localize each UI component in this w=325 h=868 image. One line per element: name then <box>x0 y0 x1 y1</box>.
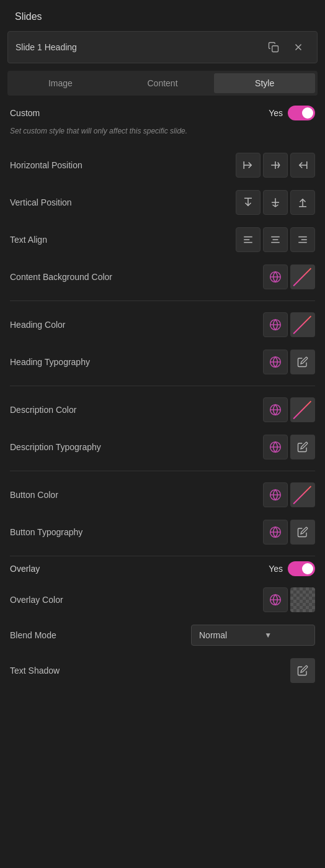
heading-color-row: Heading Color <box>10 306 315 343</box>
description-typography-global-button[interactable] <box>263 435 288 459</box>
button-typography-row: Button Typography <box>10 513 315 551</box>
slide-header-icons <box>262 36 309 58</box>
vertical-position-row: Vertical Position <box>10 184 315 221</box>
button-color-row: Button Color <box>10 476 315 513</box>
chevron-down-icon: ▼ <box>264 631 272 640</box>
custom-row: Custom Yes <box>10 106 315 120</box>
heading-color-controls <box>263 312 315 337</box>
text-align-label: Text Align <box>10 235 47 245</box>
tab-image[interactable]: Image <box>10 73 111 93</box>
description-typography-label: Description Typography <box>10 442 101 452</box>
description-color-controls <box>263 397 315 422</box>
h-pos-left-button[interactable] <box>236 153 260 178</box>
h-pos-right-button[interactable] <box>290 153 315 178</box>
content-bg-color-label: Content Background Color <box>10 272 112 282</box>
heading-color-slash[interactable] <box>290 312 315 337</box>
text-shadow-controls <box>290 658 315 683</box>
svg-rect-0 <box>272 46 278 52</box>
vertical-position-controls <box>236 190 315 215</box>
button-color-label: Button Color <box>10 490 58 500</box>
content-bg-global-button[interactable] <box>263 264 288 289</box>
overlay-label: Overlay <box>10 564 40 574</box>
heading-color-global-button[interactable] <box>263 312 288 337</box>
button-typography-edit-button[interactable] <box>290 520 315 545</box>
button-color-slash[interactable] <box>290 482 315 507</box>
heading-typography-global-button[interactable] <box>263 350 288 374</box>
text-align-left-button[interactable] <box>236 227 260 252</box>
blend-mode-dropdown[interactable]: Normal ▼ <box>191 625 315 646</box>
overlay-color-controls <box>263 587 315 612</box>
h-pos-center-button[interactable] <box>263 153 288 178</box>
custom-toggle-container: Yes <box>269 106 315 120</box>
button-typography-controls <box>263 520 315 545</box>
text-align-center-button[interactable] <box>263 227 288 252</box>
divider-2 <box>10 386 315 386</box>
heading-typography-label: Heading Typography <box>10 357 90 367</box>
heading-typography-controls <box>263 350 315 374</box>
blend-mode-row: Blend Mode Normal ▼ <box>10 618 315 652</box>
blend-mode-label: Blend Mode <box>10 630 56 640</box>
horizontal-position-controls <box>236 153 315 178</box>
heading-typography-row: Heading Typography <box>10 343 315 381</box>
slides-panel: Slides Slide 1 Heading Image Content Sty… <box>0 0 325 699</box>
vertical-position-label: Vertical Position <box>10 197 72 207</box>
tab-content[interactable]: Content <box>112 73 213 93</box>
text-shadow-row: Text Shadow <box>10 652 315 689</box>
overlay-color-global-button[interactable] <box>263 587 288 612</box>
overlay-color-label: Overlay Color <box>10 595 63 605</box>
text-align-right-button[interactable] <box>290 227 315 252</box>
content-bg-color-slash[interactable] <box>290 264 315 289</box>
v-pos-bottom-button[interactable] <box>290 190 315 215</box>
description-typography-row: Description Typography <box>10 428 315 466</box>
content-bg-color-row: Content Background Color <box>10 258 315 296</box>
hint-text: Set custom style that will only affect t… <box>10 125 315 137</box>
description-color-slash[interactable] <box>290 397 315 422</box>
heading-color-label: Heading Color <box>10 320 66 330</box>
button-typography-label: Button Typography <box>10 527 82 537</box>
text-align-row: Text Align <box>10 221 315 258</box>
heading-typography-edit-button[interactable] <box>290 350 315 374</box>
slide-header: Slide 1 Heading <box>7 31 318 63</box>
button-typography-global-button[interactable] <box>263 520 288 545</box>
text-shadow-label: Text Shadow <box>10 666 60 676</box>
divider-4 <box>10 556 315 556</box>
description-color-global-button[interactable] <box>263 397 288 422</box>
description-color-row: Description Color <box>10 391 315 428</box>
description-typography-controls <box>263 435 315 459</box>
custom-toggle-label: Yes <box>269 108 283 118</box>
close-button[interactable] <box>287 36 309 58</box>
blend-mode-value: Normal <box>199 630 227 640</box>
divider-1 <box>10 301 315 301</box>
tab-style[interactable]: Style <box>214 73 315 93</box>
text-shadow-edit-button[interactable] <box>290 658 315 683</box>
button-color-global-button[interactable] <box>263 482 288 507</box>
custom-toggle[interactable] <box>288 106 315 120</box>
content-bg-color-controls <box>263 264 315 289</box>
overlay-color-row: Overlay Color <box>10 581 315 618</box>
overlay-toggle-container: Yes <box>269 561 315 576</box>
panel-title: Slides <box>0 0 325 31</box>
description-typography-edit-button[interactable] <box>290 435 315 459</box>
divider-3 <box>10 471 315 471</box>
content-area: Custom Yes Set custom style that will on… <box>0 96 325 699</box>
overlay-toggle-label: Yes <box>269 564 283 574</box>
button-color-controls <box>263 482 315 507</box>
overlay-toggle[interactable] <box>288 561 315 576</box>
v-pos-top-button[interactable] <box>236 190 260 215</box>
duplicate-button[interactable] <box>262 36 285 58</box>
overlay-color-checker[interactable] <box>290 587 315 612</box>
v-pos-middle-button[interactable] <box>263 190 288 215</box>
horizontal-position-row: Horizontal Position <box>10 147 315 184</box>
horizontal-position-label: Horizontal Position <box>10 160 82 170</box>
overlay-row: Overlay Yes <box>10 561 315 576</box>
slide-header-title: Slide 1 Heading <box>16 42 262 52</box>
description-color-label: Description Color <box>10 405 76 415</box>
tabs-row: Image Content Style <box>7 71 318 96</box>
custom-label: Custom <box>10 108 40 118</box>
text-align-controls <box>236 227 315 252</box>
